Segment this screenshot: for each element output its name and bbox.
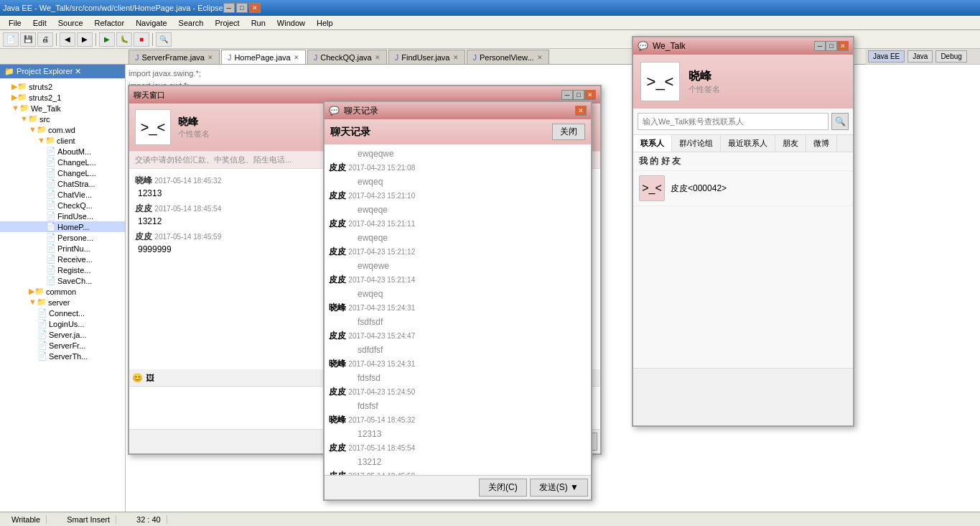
history-footer-send-btn[interactable]: 发送(S) ▼ — [530, 479, 588, 497]
wetalk-friends-header: 我 的 好 友 — [633, 152, 853, 171]
tab-homepage[interactable]: J HomePage.java ✕ — [221, 50, 306, 64]
history-close-x-btn[interactable]: ✕ — [575, 106, 587, 116]
tree-item-common[interactable]: ▶📁 common — [0, 286, 125, 297]
tree-item-changel2[interactable]: 📄 ChangeL... — [0, 167, 125, 178]
wetalk-search-button[interactable]: 🔍 — [831, 113, 849, 130]
perspective-javaee[interactable]: Java EE — [868, 50, 905, 63]
wetalk-search-input[interactable] — [638, 113, 829, 130]
tree-item-serverja[interactable]: 📄 Server.ja... — [0, 329, 125, 340]
chat-emoji-icon[interactable]: 😊 — [132, 373, 143, 383]
wetalk-tab-friends[interactable]: 朋友 — [775, 135, 806, 152]
history-messages[interactable]: ewqeqwe 皮皮 2017-04-23 15:21:08 ewqeq 皮皮 … — [325, 144, 591, 475]
folder-icon-client: ▼📁 — [37, 136, 55, 145]
tab-serverframe-label: ServerFrame.java — [142, 53, 205, 62]
tree-item-savech[interactable]: 📄 SaveCh... — [0, 275, 125, 286]
menu-edit[interactable]: Edit — [27, 17, 52, 29]
menu-window[interactable]: Window — [271, 17, 311, 29]
toolbar-print[interactable]: 🖨 — [37, 32, 53, 47]
tree-item-chatvie[interactable]: 📄 ChatVie... — [0, 189, 125, 200]
tab-personelview[interactable]: J PersonelView... ✕ — [467, 50, 549, 64]
tree-item-printnu[interactable]: 📄 PrintNu... — [0, 243, 125, 254]
wetalk-friend-pippi[interactable]: >_< 皮皮<000042> — [633, 171, 853, 206]
wetalk-tab-contacts[interactable]: 联系人 — [633, 135, 672, 152]
wetalk-tab-recent[interactable]: 最近联系人 — [721, 135, 775, 152]
wetalk-minimize-btn[interactable]: ─ — [814, 41, 826, 51]
toolbar-back[interactable]: ◀ — [60, 32, 75, 47]
perspective-java[interactable]: Java — [907, 50, 933, 63]
tab-finduser-close[interactable]: ✕ — [453, 54, 459, 61]
chat-minimize-btn[interactable]: ─ — [561, 90, 573, 100]
tree-item-connect[interactable]: 📄 Connect... — [0, 308, 125, 318]
tab-serverframe[interactable]: J ServerFrame.java ✕ — [129, 50, 220, 64]
tab-checkqq[interactable]: J CheckQQ.java ✕ — [307, 50, 387, 64]
tree-item-struts2[interactable]: ▶📁 struts2 — [0, 81, 125, 92]
chat-maximize-btn[interactable]: □ — [573, 90, 584, 100]
tree-item-loginus[interactable]: 📄 LoginUs... — [0, 318, 125, 329]
toolbar-forward[interactable]: ▶ — [77, 32, 93, 47]
toolbar-search[interactable]: 🔍 — [156, 32, 172, 47]
msg-3-time: 2017-05-14 18:45:59 — [154, 233, 221, 241]
file-icon-serverja: 📄 — [37, 330, 47, 339]
tree-item-persone[interactable]: 📄 Persone... — [0, 232, 125, 243]
tab-homepage-icon: J — [228, 53, 232, 62]
menu-navigate[interactable]: Navigate — [130, 17, 172, 29]
menu-run[interactable]: Run — [246, 17, 271, 29]
wetalk-tab-groups[interactable]: 群/讨论组 — [672, 135, 721, 152]
tree-item-serverth[interactable]: 📄 ServerTh... — [0, 351, 125, 361]
toolbar-new[interactable]: 📄 — [3, 32, 19, 47]
history-footer-close-btn[interactable]: 关闭(C) — [479, 479, 527, 497]
tree-item-checkq[interactable]: 📄 CheckQ... — [0, 200, 125, 211]
tree-item-client[interactable]: ▼📁 client — [0, 135, 125, 146]
tree-item-homep[interactable]: 📄 HomeP... — [0, 221, 125, 232]
tree-item-aboutm[interactable]: 📄 AboutM... — [0, 146, 125, 157]
tab-serverframe-close[interactable]: ✕ — [207, 54, 213, 61]
tab-checkqq-close[interactable]: ✕ — [375, 54, 381, 61]
tree-item-registe[interactable]: 📄 Registe... — [0, 264, 125, 275]
chat-close-btn[interactable]: ✕ — [584, 90, 596, 100]
tree-item-receive[interactable]: 📄 Receive... — [0, 254, 125, 264]
tab-finduser[interactable]: J FindUser.java ✕ — [388, 50, 465, 64]
tree-item-changel1[interactable]: 📄 ChangeL... — [0, 157, 125, 167]
file-icon-connect: 📄 — [37, 308, 47, 318]
tree-item-serverfr[interactable]: 📄 ServerFr... — [0, 340, 125, 351]
close-btn[interactable]: ✕ — [249, 3, 261, 13]
history-window: 💬 聊天记录 ✕ 聊天记录 关闭 ewqeqwe 皮皮 2017-04-23 1… — [323, 101, 592, 501]
tab-personelview-icon: J — [473, 53, 477, 62]
tree-item-wetalk[interactable]: ▼📁 We_Talk — [0, 103, 125, 114]
perspective-debug[interactable]: Debug — [935, 50, 966, 63]
tree-label-comwd: com.wd — [48, 126, 75, 134]
menu-file[interactable]: File — [3, 17, 27, 29]
menu-help[interactable]: Help — [311, 17, 339, 29]
toolbar-stop[interactable]: ■ — [134, 32, 149, 47]
menu-search[interactable]: Search — [173, 17, 210, 29]
h-msg-3: ewqeq — [329, 177, 587, 187]
tab-homepage-close[interactable]: ✕ — [294, 54, 299, 61]
wetalk-close-btn[interactable]: ✕ — [837, 41, 849, 51]
tree-item-finduse[interactable]: 📄 FindUse... — [0, 211, 125, 221]
wetalk-maximize-btn[interactable]: □ — [826, 41, 837, 51]
file-icon-chatstra: 📄 — [46, 179, 56, 188]
history-send-dropdown[interactable]: ▼ — [570, 482, 579, 492]
tree-label-client: client — [57, 137, 75, 145]
toolbar-run[interactable]: ▶ — [99, 32, 115, 47]
toolbar-save[interactable]: 💾 — [20, 32, 36, 47]
chat-image-icon[interactable]: 🖼 — [146, 373, 154, 383]
tree-item-chatstra[interactable]: 📄 ChatStra... — [0, 178, 125, 189]
tree-item-src[interactable]: ▼📁 src — [0, 114, 125, 124]
toolbar-debug[interactable]: 🐛 — [116, 32, 132, 47]
h-msg-21: 12313 — [329, 429, 587, 439]
menu-refactor[interactable]: Refactor — [89, 17, 131, 29]
menu-source[interactable]: Source — [52, 17, 89, 29]
tab-personelview-close[interactable]: ✕ — [537, 54, 543, 61]
tree-item-struts2_1[interactable]: ▶📁 struts2_1 — [0, 92, 125, 103]
minimize-btn[interactable]: ─ — [223, 3, 235, 13]
history-title-text: 聊天记录 — [344, 105, 378, 117]
wetalk-username: 晓峰 — [689, 69, 720, 84]
maximize-btn[interactable]: □ — [236, 3, 248, 13]
wetalk-tab-weibo[interactable]: 微博 — [806, 135, 837, 152]
history-close-button[interactable]: 关闭 — [552, 124, 585, 140]
tree-item-comwd[interactable]: ▼📁 com.wd — [0, 124, 125, 135]
menu-project[interactable]: Project — [209, 17, 245, 29]
wetalk-input-area[interactable] — [633, 368, 853, 425]
tree-item-server[interactable]: ▼📁 server — [0, 297, 125, 308]
